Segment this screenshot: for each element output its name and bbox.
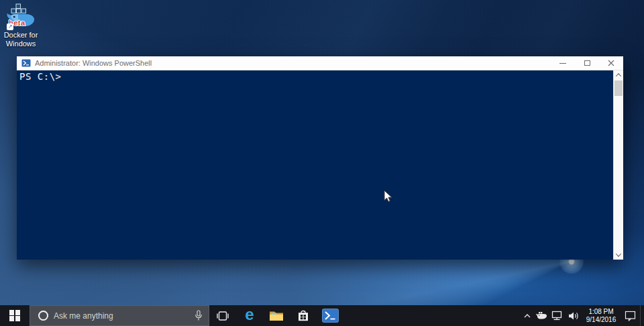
powershell-icon xyxy=(21,59,31,67)
microphone-icon[interactable] xyxy=(195,310,203,321)
docker-tray-button[interactable] xyxy=(534,305,549,326)
window-controls xyxy=(551,56,623,70)
cortana-circle-icon xyxy=(38,311,48,321)
clock-time: 1:08 PM xyxy=(588,308,613,316)
docker-whale-icon xyxy=(535,311,547,320)
maximize-button[interactable] xyxy=(575,56,599,70)
file-explorer-icon xyxy=(269,310,284,321)
chevron-up-icon xyxy=(616,73,621,78)
maximize-icon xyxy=(584,60,590,66)
network-tray-button[interactable] xyxy=(549,305,565,326)
powershell-icon xyxy=(322,309,339,323)
close-button[interactable] xyxy=(599,56,623,70)
clock[interactable]: 1:08 PM 9/14/2016 xyxy=(582,305,620,326)
action-center-icon xyxy=(625,311,636,321)
console-prompt: PS C:\> xyxy=(19,71,62,82)
screen: beta ↗ Docker for Windows Administrator:… xyxy=(0,0,644,326)
chevron-up-icon xyxy=(523,313,531,319)
store-button[interactable] xyxy=(290,305,317,326)
console-area[interactable]: PS C:\> xyxy=(17,70,623,260)
file-explorer-button[interactable] xyxy=(263,305,290,326)
taskbar: e xyxy=(0,305,644,326)
speaker-icon xyxy=(568,311,580,321)
clock-date: 9/14/2016 xyxy=(586,316,616,324)
show-hidden-icons-button[interactable] xyxy=(521,305,534,326)
network-icon xyxy=(551,311,563,321)
docker-icon-label: Docker for Windows xyxy=(1,31,41,48)
task-view-button[interactable] xyxy=(209,305,236,326)
windows-logo-icon xyxy=(9,310,21,321)
action-center-button[interactable] xyxy=(620,305,640,326)
mouse-cursor xyxy=(384,190,392,205)
edge-icon: e xyxy=(245,307,254,323)
task-view-icon xyxy=(216,310,229,322)
shortcut-arrow-icon: ↗ xyxy=(7,23,13,30)
desktop-icon-docker[interactable]: beta ↗ Docker for Windows xyxy=(1,3,41,48)
chevron-down-icon xyxy=(616,251,621,256)
start-button[interactable] xyxy=(0,305,30,326)
minimize-icon xyxy=(559,63,566,64)
cortana-search-box[interactable] xyxy=(30,305,209,326)
scroll-up-button[interactable] xyxy=(614,70,623,80)
minimize-button[interactable] xyxy=(551,56,575,70)
close-icon xyxy=(608,60,614,66)
volume-tray-button[interactable] xyxy=(565,305,582,326)
console-scrollbar[interactable] xyxy=(613,70,623,260)
docker-whale-icon: beta ↗ xyxy=(5,3,37,30)
scroll-down-button[interactable] xyxy=(614,250,623,260)
window-titlebar[interactable]: Administrator: Windows PowerShell xyxy=(17,56,623,70)
window-title: Administrator: Windows PowerShell xyxy=(35,59,152,67)
powershell-taskbar-button[interactable] xyxy=(317,305,343,326)
search-input[interactable] xyxy=(54,311,195,321)
store-icon xyxy=(297,309,310,323)
powershell-window: Administrator: Windows PowerShell PS C:\… xyxy=(17,56,623,260)
show-desktop-button[interactable] xyxy=(640,305,644,326)
edge-button[interactable]: e xyxy=(236,305,263,326)
system-tray: 1:08 PM 9/14/2016 xyxy=(521,305,644,326)
scrollbar-thumb[interactable] xyxy=(614,80,623,96)
